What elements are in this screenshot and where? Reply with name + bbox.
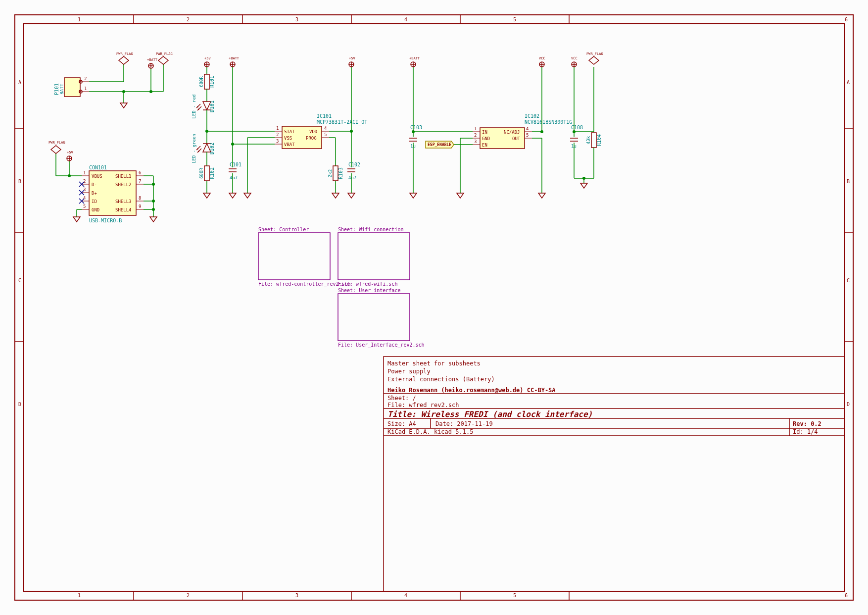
- svg-text:+5V: +5V: [204, 56, 211, 60]
- svg-point-88: [152, 200, 155, 203]
- svg-text:PROG: PROG: [306, 136, 317, 141]
- svg-text:680R: 680R: [199, 168, 204, 179]
- svg-text:8: 8: [139, 196, 141, 201]
- svg-text:PWR_FLAG: PWR_FLAG: [48, 141, 65, 145]
- svg-text:Rev: 0.2: Rev: 0.2: [793, 420, 821, 427]
- svg-text:VCC: VCC: [539, 56, 545, 60]
- svg-text:VCC: VCC: [571, 56, 578, 60]
- svg-text:VBUS: VBUS: [92, 174, 102, 179]
- gridref-bot-5: 5: [513, 593, 516, 598]
- gridref-l-C: C: [18, 278, 21, 283]
- svg-text:43k: 43k: [586, 136, 591, 144]
- svg-text:C108: C108: [571, 125, 583, 130]
- svg-text:2: 2: [474, 133, 477, 138]
- svg-text:3: 3: [276, 139, 279, 144]
- gnd-icon: [580, 183, 587, 188]
- svg-text:IC102: IC102: [525, 113, 539, 119]
- tb-tool: KiCad E.D.A. kicad 5.1.5: [387, 428, 473, 435]
- svg-rect-172: [333, 166, 338, 181]
- svg-text:+BATT: +BATT: [229, 56, 240, 60]
- svg-text:1: 1: [474, 126, 477, 131]
- svg-text:2: 2: [84, 76, 87, 81]
- svg-rect-95: [204, 74, 209, 89]
- svg-text:Title: Wireless FREDI (and clo: Title: Wireless FREDI (and clock interfa…: [387, 410, 592, 419]
- svg-rect-244: [338, 294, 410, 341]
- svg-point-218: [540, 130, 543, 133]
- tb-comment1: Master sheet for subsheets: [387, 360, 481, 367]
- p101-val: BATT: [59, 84, 64, 95]
- sheet-ui-file: File: User_Interface_rev2.sch: [338, 342, 425, 348]
- svg-text:PWR_FLAG: PWR_FLAG: [116, 52, 133, 56]
- gridref-top-4: 4: [404, 17, 407, 22]
- svg-text:PWR_FLAG: PWR_FLAG: [586, 52, 603, 56]
- svg-text:D102: D102: [209, 143, 215, 154]
- svg-rect-242: [258, 233, 330, 280]
- svg-text:File: wfred_rev2.sch: File: wfred_rev2.sch: [387, 402, 459, 409]
- svg-text:D-: D-: [92, 182, 97, 187]
- tb-comment2: Power supply: [387, 368, 431, 375]
- svg-text:4: 4: [526, 126, 529, 131]
- svg-text:R102: R102: [209, 167, 215, 179]
- gridref-bot-2: 2: [187, 593, 190, 598]
- svg-text:+BATT: +BATT: [409, 56, 420, 60]
- tb-author: Heiko Rosemann (heiko.rosemann@web.de) C…: [387, 387, 556, 394]
- vcc-output-area: VCC C108 1u 43k R104 PWR_FLAG: [570, 52, 603, 188]
- con101-ref: CON101: [89, 165, 107, 170]
- gridref-r-D: D: [847, 402, 850, 407]
- svg-text:Size: A4: Size: A4: [387, 420, 416, 427]
- pwrflag-icon: [119, 56, 129, 64]
- gnd-icon: [332, 193, 339, 198]
- svg-text:9: 9: [139, 204, 141, 209]
- pwrflag-icon: [158, 56, 168, 64]
- svg-text:2k2: 2k2: [328, 169, 333, 177]
- gridref-top-5: 5: [513, 17, 516, 22]
- svg-point-89: [152, 208, 155, 211]
- svg-text:680R: 680R: [199, 76, 204, 87]
- con101-val: USB-MICRO-B: [89, 218, 122, 223]
- hierarchical-sheets[interactable]: Sheet: Controller File: wfred-controller…: [258, 227, 425, 348]
- gridref-top-6: 6: [845, 17, 848, 22]
- gridref-bot-6: 6: [845, 593, 848, 598]
- svg-text:LED - green: LED - green: [192, 134, 196, 163]
- svg-text:1: 1: [83, 170, 86, 175]
- svg-text:PWR_FLAG: PWR_FLAG: [156, 52, 173, 56]
- title-block: Master sheet for subsheets Power supply …: [384, 357, 844, 591]
- ic102-ldo: IC102 NCV8161BSN300T1G 1IN 2GND 3EN 4NC/…: [409, 56, 572, 198]
- gnd-icon: [229, 193, 236, 198]
- svg-text:7: 7: [139, 179, 141, 184]
- gnd-icon: [120, 103, 127, 108]
- svg-text:R104: R104: [596, 134, 602, 146]
- svg-text:1: 1: [84, 86, 87, 91]
- svg-text:SHELL1: SHELL1: [115, 174, 132, 179]
- svg-text:3: 3: [83, 187, 86, 192]
- svg-text:5: 5: [526, 133, 529, 138]
- svg-point-32: [149, 90, 152, 93]
- svg-text:Sheet: /: Sheet: /: [387, 395, 416, 402]
- gnd-icon: [348, 193, 355, 198]
- svg-text:ID: ID: [92, 199, 97, 204]
- gridref-r-C: C: [847, 278, 850, 283]
- page-border-inner: [24, 24, 844, 591]
- gridref-l-A: A: [18, 80, 21, 85]
- page-border-outer: [15, 15, 853, 600]
- gridref-top-1: 1: [78, 17, 81, 22]
- svg-text:4: 4: [324, 126, 327, 131]
- svg-text:Date: 2017-11-19: Date: 2017-11-19: [435, 420, 493, 427]
- svg-point-41: [68, 174, 71, 177]
- gridref-top-2: 2: [187, 17, 190, 22]
- svg-text:VBAT: VBAT: [284, 142, 295, 147]
- svg-rect-120: [204, 166, 209, 181]
- svg-text:OUT: OUT: [512, 136, 521, 141]
- gnd-icon: [538, 193, 545, 198]
- svg-text:R103: R103: [338, 167, 343, 179]
- svg-text:C103: C103: [410, 125, 422, 130]
- svg-rect-237: [591, 133, 596, 148]
- gridref-l-B: B: [18, 179, 21, 184]
- gridref-l-D: D: [18, 402, 21, 407]
- svg-point-28: [122, 90, 125, 93]
- gridref-bot-1: 1: [78, 593, 81, 598]
- svg-text:+BATT: +BATT: [147, 58, 158, 62]
- p101-ref: P101: [54, 83, 59, 95]
- svg-text:SHELL2: SHELL2: [115, 182, 132, 187]
- sheet-wifi-file: File: wfred-wifi.sch: [338, 281, 397, 287]
